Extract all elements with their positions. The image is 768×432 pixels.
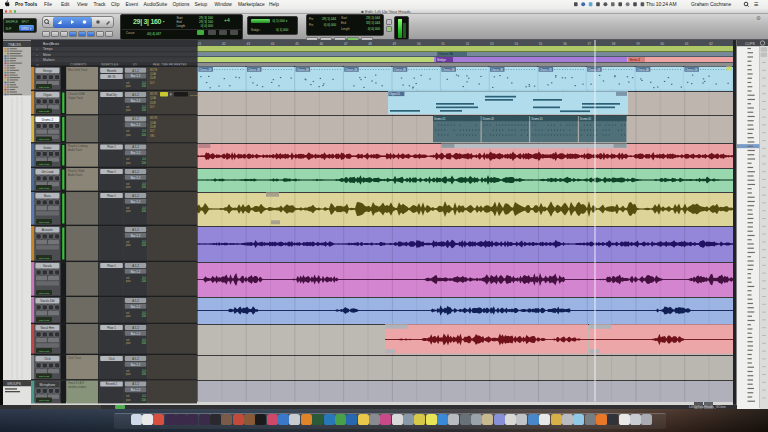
svg-text:Cursor: Cursor <box>126 31 134 35</box>
svg-text:0| 1| 000: 0| 1| 000 <box>276 28 289 32</box>
svg-text:Verse 2: Verse 2 <box>630 58 641 62</box>
svg-text:Setup: Setup <box>195 2 208 7</box>
svg-text:SPOT: SPOT <box>22 20 30 24</box>
svg-text:Marketplace: Marketplace <box>238 2 265 7</box>
svg-text:Nudge ♩: Nudge ♩ <box>251 28 263 32</box>
svg-text:Chorus 3A: Chorus 3A <box>439 52 453 56</box>
svg-text:⚙: ⚙ <box>756 15 761 21</box>
svg-text:Length: Length <box>177 24 186 28</box>
svg-text:Event: Event <box>126 2 139 7</box>
svg-text:0| 0| 000: 0| 0| 000 <box>201 24 214 28</box>
svg-text:29| 1| 044: 29| 1| 044 <box>366 16 380 20</box>
svg-text:AudioSuite: AudioSuite <box>144 2 168 7</box>
svg-text:Length: Length <box>341 27 350 31</box>
svg-text:4| 0| 000: 4| 0| 000 <box>368 27 381 31</box>
svg-text:Help: Help <box>269 2 279 7</box>
svg-text:■ Edit: Lift Up Your Heads: ■ Edit: Lift Up Your Heads <box>361 9 410 14</box>
svg-text:40| 4| 447: 40| 4| 447 <box>147 32 161 36</box>
svg-text:Clip: Clip <box>111 2 120 7</box>
svg-text:View: View <box>77 2 88 7</box>
svg-text:0| 1| 000 ▾: 0| 1| 000 ▾ <box>273 19 288 23</box>
svg-text:☰: ☰ <box>754 1 759 7</box>
svg-text:SLIP: SLIP <box>6 27 12 31</box>
svg-text:Pre: Pre <box>309 23 314 27</box>
svg-text:Window: Window <box>215 2 233 7</box>
svg-text:File: File <box>44 2 52 7</box>
svg-text:Start: Start <box>341 16 347 20</box>
svg-text:29| 3| 160 ·: 29| 3| 160 · <box>133 18 165 26</box>
svg-text:Bridge: Bridge <box>437 58 446 62</box>
svg-text:GRID ▾: GRID ▾ <box>21 27 32 31</box>
svg-text:Pre: Pre <box>309 17 314 21</box>
svg-text:SHUFFLE: SHUFFLE <box>6 20 18 24</box>
svg-text:33| 1| 044: 33| 1| 044 <box>366 21 380 25</box>
svg-text:0| 0| 000: 0| 0| 000 <box>324 23 337 27</box>
svg-text:Graham Cochrane: Graham Cochrane <box>691 2 732 7</box>
svg-text:End: End <box>341 21 346 25</box>
svg-text:LiftUpYourHeads_GCmix: LiftUpYourHeads_GCmix <box>689 405 726 409</box>
svg-text:Pro Tools: Pro Tools <box>15 2 37 7</box>
svg-text:Options: Options <box>173 2 190 7</box>
svg-text:Thu 10:24 AM: Thu 10:24 AM <box>646 2 676 7</box>
svg-text:29| 1| 044: 29| 1| 044 <box>322 17 336 21</box>
svg-text:Edit: Edit <box>61 2 70 7</box>
svg-text:+4: +4 <box>224 17 230 23</box>
svg-text:Track: Track <box>94 2 107 7</box>
